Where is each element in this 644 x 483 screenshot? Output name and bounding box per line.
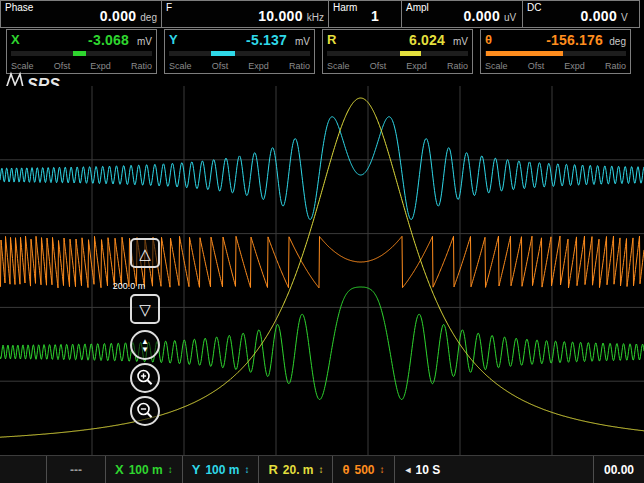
channel-indicator (169, 51, 310, 56)
param-phase[interactable]: Phase0.000deg (0, 0, 162, 28)
param-unit: deg (140, 12, 157, 23)
channel-value: 6.024 (409, 32, 445, 48)
channel-value: -3.068 (88, 32, 129, 48)
scale-y[interactable]: Y100 m↕ (182, 456, 259, 483)
lockin-display: Phase0.000degF10.000kHzHarm1Ampl0.000uVD… (0, 0, 644, 483)
param-dc[interactable]: DC0.000V (522, 0, 640, 28)
scale-up-button[interactable]: △ (130, 238, 160, 268)
scale-x[interactable]: X100 m↕ (105, 456, 182, 483)
channel-indicator-segment (211, 51, 235, 56)
channel-x[interactable]: X-3.068mVScaleOfstExpdRatio (6, 29, 157, 74)
param-value: 0.000 (463, 8, 500, 24)
channel-control-ofst[interactable]: Ofst (528, 61, 545, 71)
updown-arrow-icon: ↕ (168, 464, 173, 475)
channel-control-ratio[interactable]: Ratio (289, 61, 310, 71)
magnifier-plus-icon (135, 368, 155, 388)
param-ampl[interactable]: Ampl0.000uV (401, 0, 523, 28)
channel-unit: deg (609, 36, 626, 47)
triangle-up-icon: △ (139, 246, 151, 261)
param-label: Ampl (406, 2, 429, 13)
arrows-up-down-icon: ▲▼ (141, 338, 149, 353)
trace-x (0, 287, 644, 400)
channel-control-expd[interactable]: Expd (90, 61, 111, 71)
channel-control-ofst[interactable]: Ofst (370, 61, 387, 71)
scale-channel-label: R (268, 462, 277, 477)
param-value: 1 (371, 8, 379, 24)
param-f[interactable]: F10.000kHz (161, 0, 329, 28)
scale-channel-label: θ (342, 462, 349, 477)
updown-arrow-icon: ↕ (380, 464, 385, 475)
clock-value: 00.00 (604, 463, 634, 477)
param-value: 0.000 (580, 8, 617, 24)
pan-vertical-button[interactable]: ▲▼ (130, 330, 160, 360)
channel-indicator (11, 51, 152, 56)
scale-r[interactable]: R20. m↕ (258, 456, 332, 483)
channel-control-scale[interactable]: Scale (327, 61, 350, 71)
channel-control-scale[interactable]: Scale (485, 61, 508, 71)
scale-value: 20. m (283, 463, 314, 477)
grid-lines (0, 86, 644, 455)
channel-r[interactable]: R6.024mVScaleOfstExpdRatio (322, 29, 473, 74)
scale-range-label: 200.0 m (100, 281, 158, 291)
channel-control-expd[interactable]: Expd (406, 61, 427, 71)
zoom-out-button[interactable] (130, 396, 160, 426)
trace-theta (0, 236, 644, 288)
channel-controls: ScaleOfstExpdRatio (485, 61, 626, 71)
channel-indicator-segment (400, 51, 421, 56)
channel-letter: X (11, 32, 20, 47)
timebase-value: 10 S (415, 463, 440, 477)
channel-letter: Y (169, 32, 178, 47)
channel-control-ratio[interactable]: Ratio (131, 61, 152, 71)
scale-theta[interactable]: θ500↕ (332, 456, 393, 483)
statusbar: --- X100 m↕Y100 m↕R20. m↕θ500↕ ◄ 10 S 00… (0, 455, 644, 483)
scale-value: 500 (355, 463, 375, 477)
channel-unit: mV (137, 36, 152, 47)
channel-letter: θ (485, 32, 492, 47)
trace-y (0, 117, 644, 220)
statusbar-filler (449, 456, 593, 483)
param-harm[interactable]: Harm1 (328, 0, 402, 28)
channel-control-scale[interactable]: Scale (169, 61, 192, 71)
channel-indicator-segment (486, 51, 562, 56)
param-row: Phase0.000degF10.000kHzHarm1Ampl0.000uVD… (0, 0, 640, 28)
param-unit: kHz (307, 12, 324, 23)
scale-value: 100 m (129, 463, 163, 477)
param-label: Phase (5, 2, 33, 13)
timebase-control[interactable]: ◄ 10 S (394, 456, 450, 483)
channel-indicator-segment (73, 51, 86, 56)
channel-theta[interactable]: θ-156.176degScaleOfstExpdRatio (480, 29, 631, 74)
channel-letter: R (327, 32, 336, 47)
magnifier-minus-icon (135, 401, 155, 421)
param-unit: uV (504, 12, 518, 23)
statusbar-spacer (0, 456, 46, 483)
channel-control-expd[interactable]: Expd (248, 61, 269, 71)
waveform-graph (0, 86, 644, 455)
param-label: Harm (333, 2, 357, 13)
left-arrow-icon: ◄ (404, 465, 413, 475)
scale-value: 100 m (205, 463, 239, 477)
channel-controls: ScaleOfstExpdRatio (169, 61, 310, 71)
clock: 00.00 (593, 456, 644, 483)
channel-controls: ScaleOfstExpdRatio (327, 61, 468, 71)
channel-control-ofst[interactable]: Ofst (212, 61, 229, 71)
channel-value: -5.137 (246, 32, 287, 48)
trigger-mode[interactable]: --- (46, 456, 105, 483)
channel-control-ratio[interactable]: Ratio (605, 61, 626, 71)
zoom-in-button[interactable] (130, 363, 160, 393)
param-label: F (166, 2, 172, 13)
trace-layer (0, 86, 644, 455)
scale-channel-label: X (115, 462, 124, 477)
param-value: 0.000 (100, 8, 137, 24)
channel-y[interactable]: Y-5.137mVScaleOfstExpdRatio (164, 29, 315, 74)
updown-arrow-icon: ↕ (244, 464, 249, 475)
channel-control-expd[interactable]: Expd (564, 61, 585, 71)
channel-unit: mV (295, 36, 310, 47)
scale-down-button[interactable]: ▽ (130, 294, 160, 324)
channel-row: X-3.068mVScaleOfstExpdRatioY-5.137mVScal… (6, 29, 631, 74)
channel-control-ratio[interactable]: Ratio (447, 61, 468, 71)
param-value: 10.000 (258, 8, 303, 24)
channel-unit: mV (453, 36, 468, 47)
triangle-down-icon: ▽ (139, 302, 151, 317)
param-unit: V (621, 12, 635, 23)
trace-r (0, 98, 644, 437)
